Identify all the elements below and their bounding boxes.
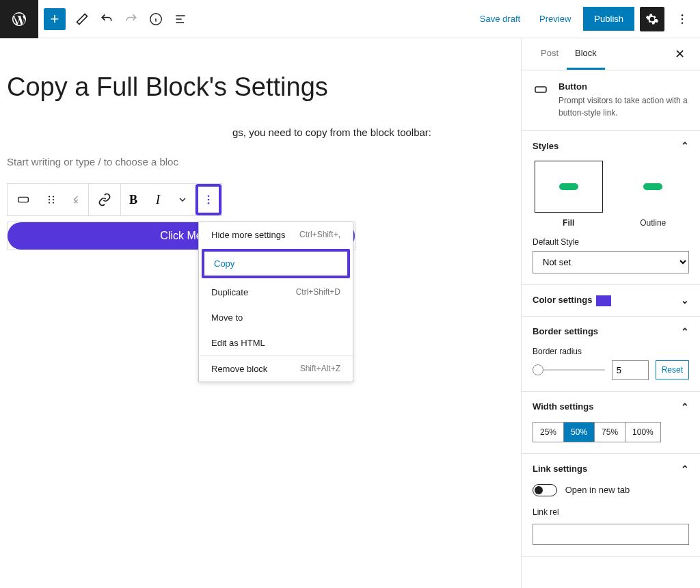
svg-point-5 xyxy=(49,196,50,197)
link-icon[interactable] xyxy=(89,184,120,215)
sidebar-tabs: Post Block ✕ xyxy=(522,38,700,70)
panel-color-header[interactable]: Color settings ⌄ xyxy=(522,285,700,316)
top-bar: + Save draft Preview Publish xyxy=(0,0,700,38)
settings-gear-icon[interactable] xyxy=(640,7,664,31)
block-toolbar: B I xyxy=(7,183,222,216)
tab-post[interactable]: Post xyxy=(533,38,567,70)
border-radius-label: Border radius xyxy=(533,347,689,356)
block-info: Button Prompt visitors to take action wi… xyxy=(522,70,700,131)
border-radius-slider[interactable] xyxy=(533,363,605,377)
drag-handle-icon[interactable] xyxy=(39,184,64,215)
svg-point-12 xyxy=(208,199,210,201)
svg-point-3 xyxy=(682,22,684,24)
preview-button[interactable]: Preview xyxy=(533,10,578,28)
wp-logo[interactable] xyxy=(0,0,38,38)
svg-rect-14 xyxy=(535,87,546,92)
svg-point-9 xyxy=(53,199,54,200)
undo-icon[interactable] xyxy=(94,7,119,31)
settings-sidebar: Post Block ✕ Button Prompt visitors to t… xyxy=(521,38,700,588)
style-outline[interactable]: Outline xyxy=(619,161,687,228)
svg-point-1 xyxy=(682,14,684,16)
block-more-icon[interactable] xyxy=(198,187,219,213)
color-swatch xyxy=(596,295,611,306)
svg-point-10 xyxy=(53,202,54,203)
editor-canvas[interactable]: Copy a Full Block's Settings gs, you nee… xyxy=(0,38,521,588)
panel-border-header[interactable]: Border settings⌃ xyxy=(522,317,700,347)
panel-styles: Styles⌃ Fill Outline Default Style Not s… xyxy=(522,131,700,285)
publish-button[interactable]: Publish xyxy=(583,7,634,31)
post-title[interactable]: Copy a Full Block's Settings xyxy=(7,72,521,102)
block-info-title: Button xyxy=(558,81,689,92)
width-75[interactable]: 75% xyxy=(595,423,625,442)
block-placeholder[interactable]: Start writing or type / to choose a bloc xyxy=(7,156,521,168)
new-tab-label: Open in new tab xyxy=(565,485,630,495)
border-radius-input[interactable] xyxy=(612,360,649,380)
close-sidebar-icon[interactable]: ✕ xyxy=(671,42,689,66)
block-info-desc: Prompt visitors to take action with a bu… xyxy=(558,94,689,119)
link-rel-input[interactable] xyxy=(533,524,689,545)
width-25[interactable]: 25% xyxy=(533,423,564,442)
panel-width: Width settings⌃ 25% 50% 75% 100% xyxy=(522,392,700,454)
svg-point-2 xyxy=(682,18,684,20)
svg-point-8 xyxy=(53,196,54,197)
menu-remove-block[interactable]: Remove blockShift+Alt+Z xyxy=(199,356,353,382)
bold-button[interactable]: B xyxy=(121,184,146,215)
block-type-icon[interactable] xyxy=(8,184,39,215)
menu-hide-settings[interactable]: Hide more settingsCtrl+Shift+, xyxy=(199,222,353,248)
reset-button[interactable]: Reset xyxy=(656,360,689,379)
panel-border: Border settings⌃ Border radius Reset xyxy=(522,317,700,392)
redo-icon[interactable] xyxy=(119,7,144,31)
panel-color: Color settings ⌄ xyxy=(522,285,700,317)
block-options-dropdown: Hide more settingsCtrl+Shift+, Copy Dupl… xyxy=(198,222,353,382)
link-rel-label: Link rel xyxy=(533,507,689,517)
add-block-button[interactable]: + xyxy=(44,8,66,30)
svg-rect-4 xyxy=(18,197,29,202)
svg-point-11 xyxy=(208,195,210,197)
edit-icon[interactable] xyxy=(70,7,94,31)
panel-width-header[interactable]: Width settings⌃ xyxy=(522,392,700,422)
new-tab-toggle[interactable] xyxy=(533,484,557,496)
panel-styles-header[interactable]: Styles⌃ xyxy=(522,131,700,161)
default-style-select[interactable]: Not set xyxy=(533,251,689,273)
style-fill[interactable]: Fill xyxy=(535,161,603,228)
menu-copy[interactable]: Copy xyxy=(202,249,350,278)
tab-block[interactable]: Block xyxy=(567,38,605,70)
button-block-icon xyxy=(533,81,549,119)
default-style-label: Default Style xyxy=(533,237,689,247)
save-draft-button[interactable]: Save draft xyxy=(473,10,527,28)
move-arrows-icon[interactable] xyxy=(64,184,88,215)
paragraph-text: gs, you need to copy from the block tool… xyxy=(232,126,521,138)
menu-duplicate[interactable]: DuplicateCtrl+Shift+D xyxy=(199,280,353,305)
menu-move-to[interactable]: Move to xyxy=(199,305,353,330)
panel-link-header[interactable]: Link settings⌃ xyxy=(522,454,700,484)
panel-link: Link settings⌃ Open in new tab Link rel xyxy=(522,454,700,557)
menu-edit-html[interactable]: Edit as HTML xyxy=(199,330,353,356)
outline-icon[interactable] xyxy=(168,7,193,31)
italic-button[interactable]: I xyxy=(146,184,170,215)
format-dropdown-icon[interactable] xyxy=(170,184,195,215)
info-icon[interactable] xyxy=(144,7,168,31)
width-100[interactable]: 100% xyxy=(625,423,660,442)
svg-point-13 xyxy=(208,202,210,204)
more-menu-icon[interactable] xyxy=(670,7,695,31)
svg-point-6 xyxy=(49,199,50,200)
svg-point-7 xyxy=(49,202,50,203)
width-50[interactable]: 50% xyxy=(564,423,595,442)
